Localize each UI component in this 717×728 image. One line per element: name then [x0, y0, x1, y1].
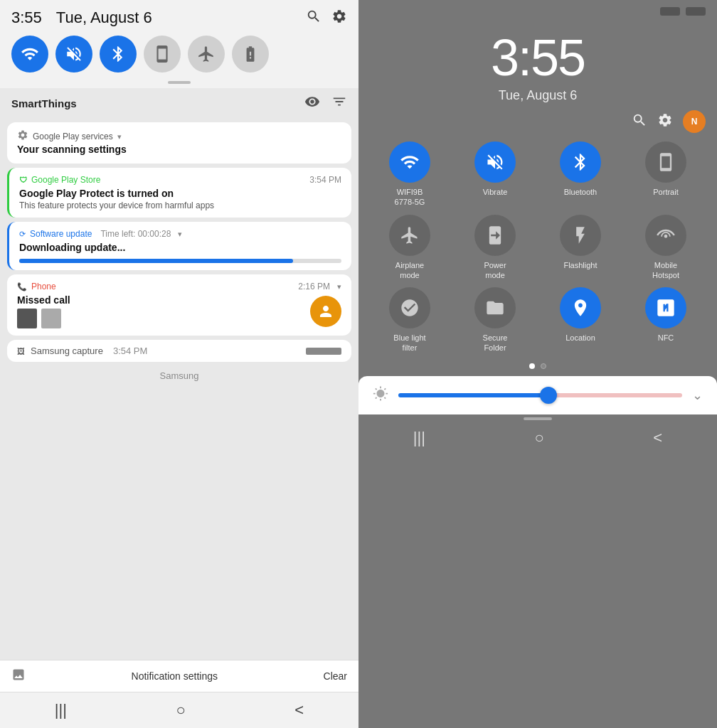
notification-badge[interactable]: N — [683, 110, 706, 133]
power-icon-tile — [474, 215, 516, 256]
tile-secure-folder[interactable]: SecureFolder — [455, 287, 535, 353]
bluetooth-tile-label: Bluetooth — [564, 187, 597, 197]
right-search-icon[interactable] — [632, 112, 647, 131]
chevron-icon: ▾ — [178, 230, 182, 239]
samsung-capture-time: 3:54 PM — [113, 346, 147, 356]
tile-hotspot[interactable]: MobileHotspot — [626, 215, 706, 281]
missed-squares — [17, 309, 70, 328]
gear-icon — [17, 129, 28, 144]
toggle-battery[interactable] — [232, 36, 269, 73]
update-icon: ⟳ — [19, 230, 26, 239]
eye-icon[interactable] — [304, 94, 320, 112]
power-tile-label: Powermode — [484, 260, 506, 281]
tile-nfc[interactable]: NFC — [626, 287, 706, 353]
nav-back-right[interactable]: < — [653, 429, 662, 447]
right-date: Tue, August 6 — [499, 88, 577, 103]
right-nav-bar: ||| ○ < — [358, 420, 717, 456]
toggle-bluetooth[interactable] — [100, 36, 137, 73]
vibrate-icon-tile — [474, 141, 516, 183]
notif-gplay-services: Google Play services ▾ Your scanning set… — [7, 122, 351, 164]
location-tile-label: Location — [565, 333, 595, 343]
gplay-services-name: Google Play services — [33, 132, 113, 141]
software-update-name: Software update — [30, 229, 92, 239]
settings-icon[interactable] — [331, 9, 347, 27]
vibrate-tile-label: Vibrate — [483, 187, 508, 197]
toggle-wifi[interactable] — [11, 36, 48, 73]
pagination-dots — [358, 363, 717, 369]
tile-airplane[interactable]: Airplanemode — [370, 215, 450, 281]
notif-phone: 📞 Phone 2:16 PM ▾ Missed call — [7, 274, 351, 336]
toggle-vibrate[interactable] — [55, 36, 92, 73]
left-time: 3:55 — [11, 9, 42, 27]
nfc-tile-label: NFC — [658, 333, 674, 343]
smartthings-header: SmartThings — [0, 88, 358, 118]
nav-back-left[interactable]: < — [294, 701, 304, 719]
gplay-store-name: Google Play Store — [31, 175, 100, 185]
notification-settings-btn[interactable]: Notification settings — [132, 670, 218, 682]
missed-call-row: Missed call — [17, 294, 341, 328]
right-time: 3:55 — [491, 28, 585, 87]
chevron-icon: ▾ — [117, 132, 122, 141]
tile-location[interactable]: Location — [541, 287, 620, 353]
secure-folder-icon-tile — [474, 287, 516, 328]
hotspot-tile-label: MobileHotspot — [652, 260, 679, 281]
status-rect-1 — [660, 7, 680, 16]
nfc-icon-tile — [645, 287, 686, 328]
image-icon: 🖼 — [17, 347, 25, 355]
samsung-label: Samsung — [0, 365, 358, 387]
right-clock-area: 3:55 Tue, August 6 — [358, 16, 717, 110]
right-settings-icon[interactable] — [657, 112, 673, 131]
bluetooth-icon-tile — [560, 141, 601, 183]
portrait-icon-tile — [645, 141, 686, 183]
gplay-protect-title: Google Play Protect is turned on — [19, 188, 341, 199]
nav-home-right[interactable]: ○ — [535, 429, 544, 447]
brightness-thumb[interactable] — [540, 387, 557, 404]
dot-1 — [529, 363, 535, 369]
brightness-track[interactable] — [398, 393, 682, 397]
toggle-airplane[interactable] — [188, 36, 225, 73]
right-top-icons: N — [358, 110, 717, 141]
tile-power-mode[interactable]: Powermode — [455, 215, 535, 281]
nav-menu-right[interactable]: ||| — [413, 429, 425, 447]
left-nav-bar: ||| ○ < — [0, 692, 358, 728]
nav-home-left[interactable]: ○ — [176, 701, 186, 719]
chevron-icon: ▾ — [337, 282, 341, 291]
phone-icon: 📞 — [17, 282, 27, 291]
progress-bar — [19, 259, 341, 263]
tile-bluelight[interactable]: Blue lightfilter — [370, 287, 450, 353]
image-icon — [11, 668, 26, 685]
samsung-capture-label: Samsung capture — [31, 346, 103, 356]
left-status-bar: 3:55 Tue, August 6 — [0, 0, 358, 30]
tile-bluetooth[interactable]: Bluetooth — [541, 141, 620, 208]
tile-flashlight[interactable]: Flashlight — [541, 215, 620, 281]
airplane-tile-label: Airplanemode — [395, 260, 424, 281]
left-panel: 3:55 Tue, August 6 — [0, 0, 358, 728]
hotspot-icon-tile — [645, 215, 686, 256]
phone-time: 2:16 PM — [298, 282, 330, 291]
tile-portrait[interactable]: Portrait — [626, 141, 706, 208]
missed-call-title: Missed call — [17, 294, 70, 306]
gplay-protect-body: This feature protects your device from h… — [19, 200, 341, 210]
brightness-chevron-down[interactable]: ⌄ — [692, 387, 703, 403]
location-icon-tile — [560, 287, 601, 328]
shield-icon: 🛡 — [19, 176, 27, 184]
airplane-icon-tile — [389, 215, 430, 256]
tile-vibrate[interactable]: Vibrate — [455, 141, 535, 208]
search-icon[interactable] — [306, 9, 322, 27]
clear-btn[interactable]: Clear — [324, 670, 347, 682]
notifications-area: SmartThings Google Play services ▾ Your … — [0, 88, 358, 660]
dot-2 — [541, 363, 546, 369]
contact-square-2 — [41, 309, 61, 328]
left-header-icons — [306, 9, 347, 27]
smartthings-icons — [304, 94, 347, 112]
right-panel: 3:55 Tue, August 6 N WIFI9B6778-5G Vibra… — [358, 0, 717, 728]
wifi-icon-tile — [389, 141, 430, 183]
nav-menu-left[interactable]: ||| — [55, 701, 67, 719]
toggle-portrait[interactable] — [144, 36, 181, 73]
tile-wifi[interactable]: WIFI9B6778-5G — [370, 141, 450, 208]
bluelight-icon-tile — [389, 287, 430, 328]
sliders-icon[interactable] — [331, 94, 347, 112]
expand-handle — [168, 81, 191, 84]
right-status-bar — [358, 0, 717, 16]
status-rect-2 — [686, 7, 706, 16]
